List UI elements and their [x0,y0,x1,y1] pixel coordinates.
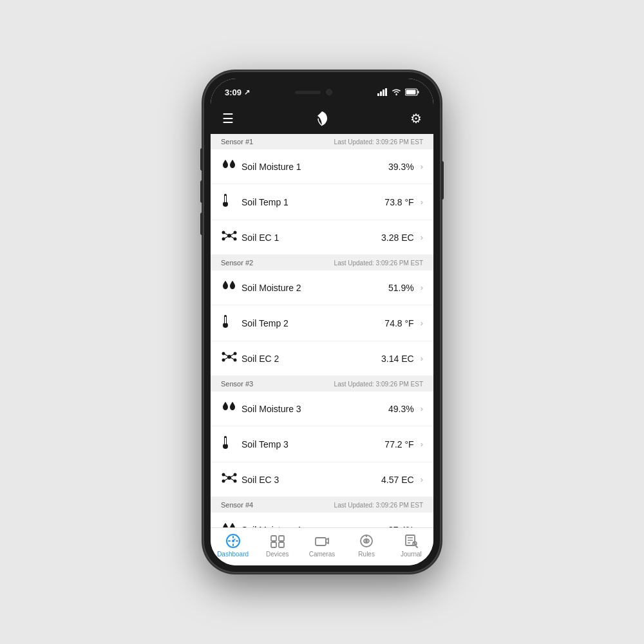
status-bar: 3:09 ↗ [211,79,433,103]
sensor-value-moisture-1: 39.3% [388,162,414,172]
content-area: Sensor #1 Last Updated: 3:09:26 PM EST S… [211,134,433,527]
sensor-group-header-2: Sensor #2 Last Updated: 3:09:26 PM EST [211,255,433,270]
notch-speaker [295,91,321,94]
time-display: 3:09 [225,88,242,97]
moisture-icon-2 [221,279,242,296]
moisture-icon-4 [221,522,242,527]
sensor-row-ec-1[interactable]: Soil EC 1 3.28 EC › [211,220,433,255]
sensor-value-temp-2: 74.8 °F [384,318,413,328]
sensor-name-ec-3: Soil EC 3 [242,475,381,485]
rules-icon [359,533,374,549]
sensor-row-temp-3[interactable]: Soil Temp 3 77.2 °F › [211,426,433,462]
moisture-icon-3 [221,401,242,417]
chevron-icon-3: › [421,232,423,242]
nav-item-rules[interactable]: Rules [349,533,384,558]
sensor-group-name-2: Sensor #2 [221,259,253,267]
svg-point-21 [223,323,228,328]
status-icons [377,88,419,96]
svg-rect-52 [279,536,284,541]
nav-label-devices: Devices [266,551,289,558]
chevron-icon-5: › [421,318,423,328]
location-icon: ↗ [244,88,250,97]
sensor-group-header-3: Sensor #3 Last Updated: 3:09:26 PM EST [211,376,433,392]
chevron-icon-1: › [421,162,423,171]
notch [275,85,352,99]
sensor-name-temp-3: Soil Temp 3 [242,439,384,450]
phone-screen: 3:09 ↗ [211,79,433,565]
sensor-group-name-1: Sensor #1 [221,138,253,146]
sensor-value-moisture-3: 49.3% [388,404,414,414]
sensor-row-ec-2[interactable]: Soil EC 2 3.14 EC › [211,341,433,376]
journal-icon [403,533,419,549]
sensor-group-updated-3: Last Updated: 3:09:26 PM EST [334,381,423,388]
svg-rect-22 [225,317,226,323]
svg-rect-10 [225,196,226,202]
ec-icon-2 [221,350,242,366]
menu-button[interactable]: ☰ [222,111,234,126]
sensor-name-moisture-3: Soil Moisture 3 [242,404,388,414]
nav-label-dashboard: Dashboard [217,551,249,558]
svg-line-50 [233,539,235,541]
sensor-name-temp-1: Soil Temp 1 [242,197,384,207]
chevron-icon-8: › [421,439,423,449]
sensor-group-updated-2: Last Updated: 3:09:26 PM EST [334,260,423,267]
sensor-row-moisture-2[interactable]: Soil Moisture 2 51.9% › [211,270,433,305]
sensor-value-ec-2: 3.14 EC [381,354,414,364]
svg-point-9 [223,202,228,207]
nav-label-rules: Rules [358,551,375,558]
leaf-logo [313,109,331,128]
sensor-group-name-3: Sensor #3 [221,380,253,388]
notch-camera [326,89,332,95]
sensor-name-ec-1: Soil EC 1 [242,232,381,243]
svg-point-57 [365,540,368,542]
battery-icon [405,88,419,96]
devices-icon [270,533,285,549]
sensor-row-temp-1[interactable]: Soil Temp 1 73.8 °F › [211,184,433,220]
sensor-group-updated-4: Last Updated: 3:09:26 PM EST [334,502,423,509]
sensor-value-ec-3: 4.57 EC [381,475,414,485]
sensor-row-moisture-3[interactable]: Soil Moisture 3 49.3% › [211,392,433,426]
cameras-icon [314,533,330,549]
app-header: ☰ ⚙ [211,103,433,134]
sensor-value-moisture-2: 51.9% [388,283,414,293]
chevron-icon-2: › [421,197,423,207]
svg-rect-51 [271,536,276,541]
svg-point-33 [223,444,228,449]
temp-icon-1 [221,193,242,211]
sensor-value-temp-1: 73.8 °F [384,197,413,207]
wifi-icon [392,88,401,96]
chevron-icon-7: › [421,404,423,413]
ec-icon-1 [221,229,242,245]
sensor-row-temp-2[interactable]: Soil Temp 2 74.8 °F › [211,305,433,341]
nav-item-devices[interactable]: Devices [260,533,295,558]
temp-icon-3 [221,435,242,453]
sensor-value-ec-1: 3.28 EC [381,232,414,243]
svg-rect-2 [383,90,384,96]
nav-item-dashboard[interactable]: Dashboard [215,533,251,558]
nav-item-cameras[interactable]: Cameras [304,533,339,558]
chevron-icon-6: › [421,354,423,363]
dashboard-icon [225,533,241,549]
svg-rect-6 [418,91,419,93]
nav-item-journal[interactable]: Journal [393,533,429,558]
status-time: 3:09 ↗ [225,88,250,97]
chevron-icon-9: › [421,475,423,484]
sensor-group-header-4: Sensor #4 Last Updated: 3:09:26 PM EST [211,497,433,513]
sensor-row-moisture-4[interactable]: Soil Moisture 4 27.4% › [211,513,433,527]
bottom-nav: Dashboard Devices Cameras [211,527,433,565]
svg-rect-0 [377,93,379,96]
sensor-name-moisture-1: Soil Moisture 1 [242,162,388,172]
nav-label-journal: Journal [401,551,422,558]
temp-icon-2 [221,314,242,332]
svg-rect-1 [380,91,382,96]
sensor-name-temp-2: Soil Temp 2 [242,318,384,328]
phone-frame: 3:09 ↗ [203,71,441,573]
ec-icon-3 [221,471,242,488]
settings-button[interactable]: ⚙ [410,111,422,126]
nav-label-cameras: Cameras [309,551,336,558]
sensor-row-moisture-1[interactable]: Soil Moisture 1 39.3% › [211,149,433,184]
svg-rect-7 [406,90,416,95]
sensor-row-ec-3[interactable]: Soil EC 3 4.57 EC › [211,462,433,497]
svg-rect-55 [316,538,326,545]
sensor-group-name-4: Sensor #4 [221,501,253,509]
